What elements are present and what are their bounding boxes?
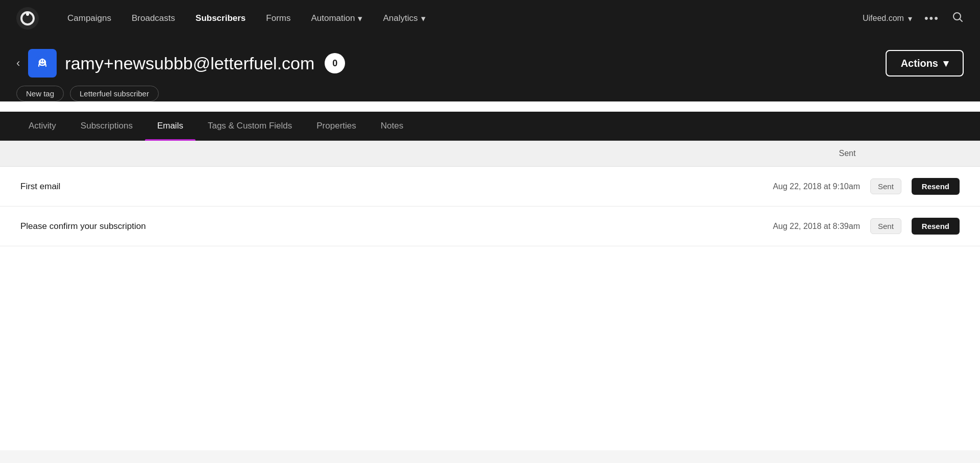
nav-right: Uifeed.com ▾ •••: [863, 11, 964, 26]
nav-links: Campaigns Broadcasts Subscribers Forms A…: [67, 13, 842, 24]
svg-point-1: [26, 13, 29, 16]
table-row: Please confirm your subscription Aug 22,…: [0, 207, 980, 246]
logo[interactable]: [16, 7, 39, 30]
svg-line-3: [960, 19, 962, 21]
content-area: [0, 246, 980, 450]
nav-analytics[interactable]: Analytics ▾: [383, 13, 425, 24]
actions-button[interactable]: Actions ▾: [886, 50, 964, 76]
tabs-bar: Activity Subscriptions Emails Tags & Cus…: [0, 112, 980, 141]
email-name: Please confirm your subscription: [20, 221, 748, 232]
nav-automation[interactable]: Automation ▾: [311, 13, 362, 24]
tab-activity[interactable]: Activity: [16, 112, 68, 140]
email-date: Aug 22, 2018 at 9:10am: [748, 182, 860, 191]
svg-point-2: [953, 13, 961, 20]
new-tag-button[interactable]: New tag: [16, 86, 64, 101]
subscriber-top-row: ‹ ramy+newsubbb@letterfuel.com 0 Actions…: [16, 49, 964, 78]
account-selector[interactable]: Uifeed.com ▾: [863, 14, 912, 23]
email-meta: Aug 22, 2018 at 9:10am Sent Resend: [748, 178, 960, 195]
account-chevron-icon: ▾: [908, 14, 912, 23]
tab-notes[interactable]: Notes: [369, 112, 415, 140]
top-navigation: Campaigns Broadcasts Subscribers Forms A…: [0, 0, 980, 37]
svg-point-0: [16, 7, 39, 30]
tab-emails[interactable]: Emails: [145, 112, 195, 140]
nav-forms[interactable]: Forms: [266, 13, 290, 23]
analytics-arrow-icon: ▾: [421, 13, 426, 24]
nav-broadcasts[interactable]: Broadcasts: [132, 13, 175, 23]
actions-chevron-icon: ▾: [943, 57, 948, 69]
back-button[interactable]: ‹: [16, 58, 20, 69]
letterfuel-subscriber-tag: Letterfuel subscriber: [70, 86, 159, 101]
search-icon[interactable]: [951, 11, 964, 26]
tab-tags-custom-fields[interactable]: Tags & Custom Fields: [195, 112, 304, 140]
subscriber-avatar: [28, 49, 57, 78]
subscriber-tags: New tag Letterfuel subscriber: [16, 86, 964, 101]
tab-properties[interactable]: Properties: [304, 112, 368, 140]
subscriber-count-badge: 0: [325, 53, 345, 73]
automation-arrow-icon: ▾: [358, 13, 362, 24]
nav-subscribers[interactable]: Subscribers: [195, 13, 246, 23]
table-row: First email Aug 22, 2018 at 9:10am Sent …: [0, 167, 980, 207]
subscriber-header: ‹ ramy+newsubbb@letterfuel.com 0 Actions…: [0, 37, 980, 101]
email-status-badge: Sent: [870, 178, 901, 194]
subscriber-email: ramy+newsubbb@letterfuel.com: [65, 54, 314, 73]
nav-campaigns[interactable]: Campaigns: [67, 13, 111, 23]
table-header-sent: Sent: [817, 149, 878, 158]
email-meta: Aug 22, 2018 at 8:39am Sent Resend: [748, 218, 960, 235]
email-date: Aug 22, 2018 at 8:39am: [748, 222, 860, 231]
more-options-button[interactable]: •••: [924, 12, 939, 25]
resend-button[interactable]: Resend: [912, 178, 960, 195]
main-content: Sent First email Aug 22, 2018 at 9:10am …: [0, 141, 980, 463]
table-header: Sent: [0, 141, 980, 167]
email-status-badge: Sent: [870, 218, 901, 234]
resend-button[interactable]: Resend: [912, 218, 960, 235]
tab-subscriptions[interactable]: Subscriptions: [68, 112, 145, 140]
email-name: First email: [20, 182, 748, 192]
